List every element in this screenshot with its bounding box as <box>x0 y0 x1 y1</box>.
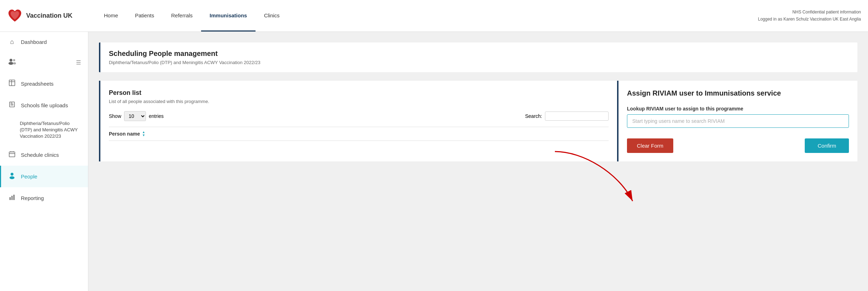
table-controls: Show 10 25 50 100 entries Search: <box>109 111 609 121</box>
lookup-label: Lookup RIVIAM user to assign to this pro… <box>627 106 849 112</box>
reporting-icon <box>8 194 16 202</box>
column-person-name: Person name <box>109 131 140 137</box>
page-subtitle: Diphtheria/Tetanus/Polio (DTP) and Menin… <box>109 60 849 65</box>
logo-text: Vaccination UK <box>26 12 72 19</box>
svg-rect-6 <box>11 80 12 86</box>
menu-icon[interactable]: ☰ <box>76 59 81 66</box>
logo-icon <box>7 8 23 24</box>
svg-rect-10 <box>11 103 12 103</box>
table-header: Person name ▲ ▼ <box>109 127 609 141</box>
entries-label: entries <box>149 113 164 119</box>
sidebar-schedule-label: Schedule clinics <box>21 152 81 158</box>
sidebar-dtp-label: Diphtheria/Tetanus/Polio (DTP) and Menin… <box>20 121 78 139</box>
svg-rect-14 <box>13 151 14 153</box>
confirm-button[interactable]: Confirm <box>805 138 849 153</box>
sidebar-item-people[interactable]: People <box>0 166 88 187</box>
people-group-icon <box>8 58 16 67</box>
sidebar: ⌂ Dashboard ☰ <box>0 32 88 291</box>
show-label: Show <box>109 113 121 119</box>
page-header-card: Scheduling People management Diphtheria/… <box>99 42 857 72</box>
schedule-clinics-icon <box>8 150 16 159</box>
assign-footer: Clear Form Confirm <box>627 128 849 153</box>
nav-referrals[interactable]: Referrals <box>163 0 201 32</box>
nav-immunisations[interactable]: Immunisations <box>201 0 256 32</box>
logo-area: Vaccination UK <box>7 8 95 24</box>
nav-right-info: NHS Confidential patient information Log… <box>758 9 861 22</box>
svg-rect-4 <box>9 80 15 86</box>
confidential-text: NHS Confidential patient information <box>758 9 861 16</box>
assign-title: Assign RIVIAM user to Immunisations serv… <box>627 89 849 97</box>
main-layout: ⌂ Dashboard ☰ <box>0 32 868 291</box>
sidebar-item-people-group[interactable]: ☰ <box>0 52 88 73</box>
svg-point-15 <box>11 173 13 176</box>
svg-rect-18 <box>12 196 13 200</box>
main-content: Scheduling People management Diphtheria/… <box>88 32 868 291</box>
sidebar-people-label: People <box>21 173 81 179</box>
person-icon <box>8 172 16 181</box>
svg-rect-8 <box>11 104 13 104</box>
show-entries: Show 10 25 50 100 entries <box>109 111 164 121</box>
lookup-input[interactable] <box>627 114 849 128</box>
schools-file-icon <box>8 101 16 110</box>
clear-form-button[interactable]: Clear Form <box>627 138 673 153</box>
sidebar-dashboard-label: Dashboard <box>21 39 81 45</box>
person-list-title: Person list <box>109 89 609 97</box>
search-area: Search: <box>525 112 609 121</box>
assign-panel: Assign RIVIAM user to Immunisations serv… <box>617 81 857 161</box>
sidebar-item-dashboard[interactable]: ⌂ Dashboard <box>0 32 88 52</box>
svg-point-16 <box>10 176 14 179</box>
home-icon: ⌂ <box>8 38 16 46</box>
svg-rect-17 <box>10 197 11 200</box>
svg-point-3 <box>13 62 16 64</box>
sidebar-spreadsheets-label: Spreadsheets <box>21 81 81 87</box>
sort-icons[interactable]: ▲ ▼ <box>142 131 145 137</box>
nav-patients[interactable]: Patients <box>127 0 163 32</box>
sidebar-schools-label: Schools file uploads <box>21 102 81 108</box>
svg-rect-12 <box>9 153 15 154</box>
spreadsheets-icon <box>8 79 16 88</box>
sidebar-item-schools-file-uploads[interactable]: Schools file uploads <box>0 95 88 116</box>
nav-clinics[interactable]: Clinics <box>256 0 288 32</box>
nav-links: Home Patients Referrals Immunisations Cl… <box>95 0 758 32</box>
svg-rect-5 <box>9 81 15 82</box>
svg-rect-9 <box>11 105 13 105</box>
sidebar-item-spreadsheets[interactable]: Spreadsheets <box>0 73 88 95</box>
sidebar-item-schedule-clinics[interactable]: Schedule clinics <box>0 144 88 166</box>
person-list-subtitle: List of all people associated with this … <box>109 99 609 104</box>
svg-rect-19 <box>13 195 14 200</box>
svg-point-1 <box>8 62 13 65</box>
sidebar-item-reporting[interactable]: Reporting <box>0 187 88 209</box>
top-navigation: Vaccination UK Home Patients Referrals I… <box>0 0 868 32</box>
person-list-panel: Person list List of all people associate… <box>99 81 617 161</box>
search-input[interactable] <box>545 112 609 121</box>
logged-in-text: Logged in as Karen Schulz Vaccination UK… <box>758 16 861 23</box>
sidebar-item-dtp-programme[interactable]: Diphtheria/Tetanus/Polio (DTP) and Menin… <box>0 116 88 144</box>
entries-select[interactable]: 10 25 50 100 <box>124 111 146 121</box>
two-col-layout: Person list List of all people associate… <box>99 81 857 161</box>
page-title: Scheduling People management <box>109 50 849 58</box>
svg-rect-11 <box>9 152 15 157</box>
svg-point-0 <box>10 59 12 62</box>
search-label: Search: <box>525 113 542 119</box>
nav-home[interactable]: Home <box>95 0 127 32</box>
svg-rect-13 <box>11 151 11 153</box>
svg-point-2 <box>13 59 15 61</box>
sidebar-reporting-label: Reporting <box>21 195 81 201</box>
